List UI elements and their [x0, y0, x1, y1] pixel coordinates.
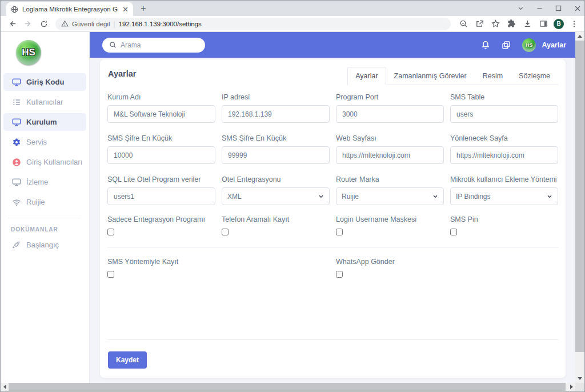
new-tab-button[interactable]: + — [137, 2, 150, 15]
web-sayfasi-input[interactable] — [336, 146, 444, 164]
sms-pin-checkbox[interactable] — [450, 229, 457, 235]
side-panel-icon[interactable] — [538, 17, 550, 31]
sidebar-item-label: Kurulum — [26, 118, 57, 126]
field-label: SMS Şifre En Küçük — [222, 134, 330, 142]
sidebar-item-label: Ruijie — [26, 198, 45, 206]
address-bar[interactable]: Güvenli değil | 192.168.1.139:3000/setti… — [55, 18, 451, 30]
sms-table-input[interactable] — [450, 105, 558, 123]
sidebar-item-giris-kodu[interactable]: Giriş Kodu — [3, 73, 86, 91]
check-label: WhatsApp Gönder — [336, 258, 444, 266]
url-text[interactable]: 192.168.1.139:3000/settings — [119, 21, 202, 27]
sidebar-item-kullanicilar[interactable]: Kullanıcılar — [3, 93, 86, 111]
user-avatar[interactable]: HS — [522, 38, 536, 52]
close-window-button[interactable] — [574, 5, 581, 12]
sidebar-section-title: DOKÜMANLAR — [11, 226, 89, 233]
vertical-scrollbar-thumb[interactable] — [575, 41, 584, 352]
checkbox-row-1: Sadece Entegrasyon Programı Telefon Aram… — [100, 215, 566, 238]
sadece-entegrasyon-checkbox[interactable] — [107, 229, 114, 235]
field-otel-entegrasyonu: Otel Entegrasyonu XML — [222, 175, 330, 205]
favicon-globe-icon — [11, 6, 18, 13]
not-secure-warning-icon[interactable] — [61, 20, 69, 27]
check-login-maskesi: Login Username Maskesi — [336, 215, 444, 238]
search-box[interactable] — [102, 38, 205, 53]
downloads-icon[interactable] — [522, 17, 534, 31]
sms-yontemiyle-checkbox[interactable] — [107, 271, 114, 278]
tab-ayarlar[interactable]: Ayarlar — [347, 67, 386, 85]
field-label: IP adresi — [222, 93, 330, 101]
sidebar-item-izleme[interactable]: İzleme — [3, 173, 86, 191]
forward-button[interactable] — [21, 17, 35, 31]
search-icon — [109, 41, 117, 49]
scroll-down-arrow[interactable] — [575, 374, 584, 383]
scroll-left-arrow[interactable] — [1, 383, 9, 391]
sidebar-item-servis[interactable]: Servis — [3, 133, 86, 151]
yonlenecek-sayfa-input[interactable] — [450, 146, 558, 164]
otel-entegrasyonu-select[interactable]: XML — [222, 187, 330, 205]
back-button[interactable] — [5, 17, 19, 31]
field-kurum-adi: Kurum Adı — [107, 93, 215, 123]
settings-card: Ayarlar Ayarlar Zamanlanmış Görevler Res… — [100, 59, 566, 378]
minimize-button[interactable] — [536, 5, 543, 11]
sidebar-item-ruijie[interactable]: Ruijie — [3, 193, 86, 211]
mikrotik-ekleme-select[interactable]: IP Bindings — [450, 187, 558, 205]
menu-kebab-icon[interactable] — [568, 17, 580, 31]
check-label: Login Username Maskesi — [336, 215, 444, 223]
sidebar-item-giris-kullanicilari[interactable]: Giriş Kullanıcıları — [3, 153, 86, 171]
tab-resim[interactable]: Resim — [475, 67, 511, 85]
horizontal-scrollbar-thumb[interactable] — [9, 383, 566, 391]
sidebar-item-label: Giriş Kodu — [26, 78, 64, 86]
notifications-bell-icon[interactable] — [481, 41, 490, 50]
reload-button[interactable] — [37, 17, 51, 31]
user-circle-icon — [11, 157, 21, 167]
field-yonlenecek-sayfa: Yönlenecek Sayfa — [450, 134, 558, 164]
field-sms-table: SMS Table — [450, 93, 558, 123]
sms-sifre-min-input[interactable] — [107, 146, 215, 164]
telefon-aramali-checkbox[interactable] — [222, 229, 229, 235]
divider — [107, 247, 558, 247]
monitor-icon — [11, 77, 21, 87]
page-title: Ayarlar — [108, 69, 136, 85]
field-label: SMS Table — [450, 93, 558, 101]
login-maskesi-checkbox[interactable] — [336, 229, 343, 235]
app-logo[interactable]: HS — [16, 40, 41, 65]
sidebar-item-baslangic[interactable]: Başlangıç — [3, 236, 86, 254]
scroll-up-arrow[interactable] — [575, 32, 584, 41]
tab-zamanlanmis-gorevler[interactable]: Zamanlanmış Görevler — [386, 67, 475, 85]
field-label: Router Marka — [336, 175, 444, 183]
sidebar-item-kurulum[interactable]: Kurulum — [3, 113, 86, 131]
browser-tab[interactable]: Loglama Mikrotik Entegrasyon Gi ✕ — [6, 2, 133, 16]
gear-icon — [11, 137, 21, 147]
monitor-icon — [11, 177, 21, 187]
search-input[interactable] — [121, 41, 189, 49]
page-content: Ayarlar Ayarlar Zamanlanmış Görevler Res… — [90, 58, 575, 383]
bookmark-star-icon[interactable] — [490, 17, 502, 31]
user-menu-label[interactable]: Ayarlar — [542, 41, 566, 49]
sqlite-otel-input[interactable] — [107, 187, 215, 205]
field-router-marka: Router Marka Ruijie — [336, 175, 444, 205]
router-marka-select[interactable]: Ruijie — [336, 187, 444, 205]
sms-sifre-max-input[interactable] — [222, 146, 330, 164]
field-mikrotik-ekleme: Mikrotik kullanıcı Ekleme Yöntemi IP Bin… — [450, 175, 558, 205]
apps-stack-icon[interactable] — [502, 41, 511, 50]
rocket-icon — [11, 240, 21, 250]
maximize-button[interactable] — [555, 5, 562, 11]
ip-adresi-input[interactable] — [222, 105, 330, 123]
save-button[interactable]: Kaydet — [108, 351, 147, 369]
check-label: SMS Pin — [450, 215, 558, 223]
share-icon[interactable] — [474, 17, 486, 31]
check-label: Telefon Aramalı Kayıt — [222, 215, 330, 223]
kurum-adi-input[interactable] — [107, 105, 215, 123]
tab-close-icon[interactable]: ✕ — [122, 6, 129, 13]
check-label: SMS Yöntemiyle Kayıt — [107, 258, 215, 266]
zoom-out-icon[interactable] — [458, 17, 470, 31]
horizontal-scrollbar[interactable] — [1, 383, 584, 391]
whatsapp-gonder-checkbox[interactable] — [336, 271, 343, 278]
tab-search-chevron-icon[interactable] — [518, 5, 524, 11]
program-port-input[interactable] — [336, 105, 444, 123]
extensions-puzzle-icon[interactable] — [506, 17, 518, 31]
scroll-right-arrow[interactable] — [567, 383, 575, 391]
tab-sozlesme[interactable]: Sözleşme — [511, 67, 558, 85]
browser-profile-avatar[interactable]: B — [554, 19, 564, 29]
field-sms-sifre-max: SMS Şifre En Küçük — [222, 134, 330, 164]
vertical-scrollbar[interactable] — [575, 32, 584, 383]
